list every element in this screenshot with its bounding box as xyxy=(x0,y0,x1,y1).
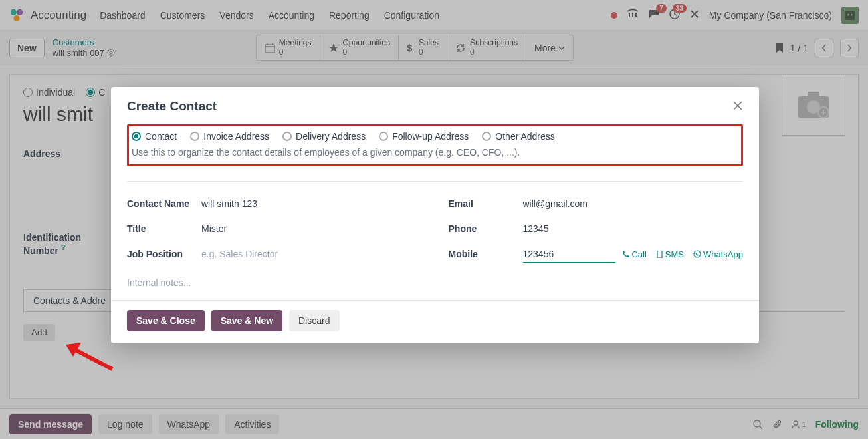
type-label: Contact xyxy=(145,131,177,142)
type-delivery[interactable]: Delivery Address xyxy=(282,131,366,142)
sms-icon xyxy=(656,251,663,258)
phone-icon xyxy=(622,251,629,258)
title-input[interactable] xyxy=(201,221,422,237)
contact-type-group: Contact Invoice Address Delivery Address… xyxy=(127,124,743,166)
modal-footer: Save & Close Save & New Discard xyxy=(111,300,759,343)
fields-right: Email Phone Mobile Call SMS WhatsApp xyxy=(449,191,744,267)
radio-icon xyxy=(379,132,388,141)
call-link[interactable]: Call xyxy=(622,249,646,259)
field-label: Job Position xyxy=(127,249,201,259)
field-notes xyxy=(127,277,743,288)
sms-link[interactable]: SMS xyxy=(656,249,684,259)
phone-input[interactable] xyxy=(523,221,744,237)
modal-title: Create Contact xyxy=(127,99,217,114)
action-label: WhatsApp xyxy=(703,249,743,259)
whatsapp-icon xyxy=(693,250,701,258)
svg-rect-19 xyxy=(657,251,662,258)
action-label: Call xyxy=(631,249,646,259)
modal-header: Create Contact xyxy=(111,87,759,120)
svg-point-20 xyxy=(694,251,701,257)
email-input[interactable] xyxy=(523,196,744,212)
discard-button[interactable]: Discard xyxy=(289,310,339,331)
field-title: Title xyxy=(127,216,422,241)
field-label: Title xyxy=(127,223,201,234)
type-label: Other Address xyxy=(495,131,555,142)
whatsapp-link[interactable]: WhatsApp xyxy=(693,249,743,259)
mobile-input[interactable] xyxy=(523,246,616,263)
close-icon xyxy=(732,100,743,111)
save-close-button[interactable]: Save & Close xyxy=(127,310,205,331)
field-label: Phone xyxy=(449,223,523,234)
save-new-button[interactable]: Save & New xyxy=(211,310,282,331)
action-label: SMS xyxy=(665,249,684,259)
modal-close-button[interactable] xyxy=(732,100,743,113)
type-other[interactable]: Other Address xyxy=(482,131,555,142)
field-phone: Phone xyxy=(449,216,744,241)
field-mobile: Mobile Call SMS WhatsApp xyxy=(449,241,744,267)
field-label: Contact Name xyxy=(127,198,201,209)
type-hint: Use this to organize the contact details… xyxy=(132,147,738,158)
type-followup[interactable]: Follow-up Address xyxy=(379,131,469,142)
field-contact-name: Contact Name xyxy=(127,191,422,216)
radio-icon xyxy=(132,132,141,141)
type-label: Follow-up Address xyxy=(392,131,469,142)
contact-name-input[interactable] xyxy=(201,196,422,212)
job-position-input[interactable] xyxy=(201,246,422,262)
field-job-position: Job Position xyxy=(127,241,422,267)
fields-grid: Contact Name Title Job Position Email xyxy=(127,181,743,267)
field-email: Email xyxy=(449,191,744,216)
type-label: Delivery Address xyxy=(296,131,366,142)
radio-icon xyxy=(282,132,292,141)
modal-body: Contact Invoice Address Delivery Address… xyxy=(111,120,759,300)
radio-icon xyxy=(190,132,199,141)
fields-left: Contact Name Title Job Position xyxy=(127,191,422,267)
type-label: Invoice Address xyxy=(203,131,269,142)
mobile-actions: Call SMS WhatsApp xyxy=(622,249,743,259)
notes-input[interactable] xyxy=(127,277,743,288)
type-invoice[interactable]: Invoice Address xyxy=(190,131,269,142)
type-contact[interactable]: Contact xyxy=(132,131,177,142)
radio-icon xyxy=(482,132,491,141)
field-label: Email xyxy=(449,198,523,209)
create-contact-modal: Create Contact Contact Invoice Address D… xyxy=(111,87,759,343)
field-label: Mobile xyxy=(449,249,523,259)
